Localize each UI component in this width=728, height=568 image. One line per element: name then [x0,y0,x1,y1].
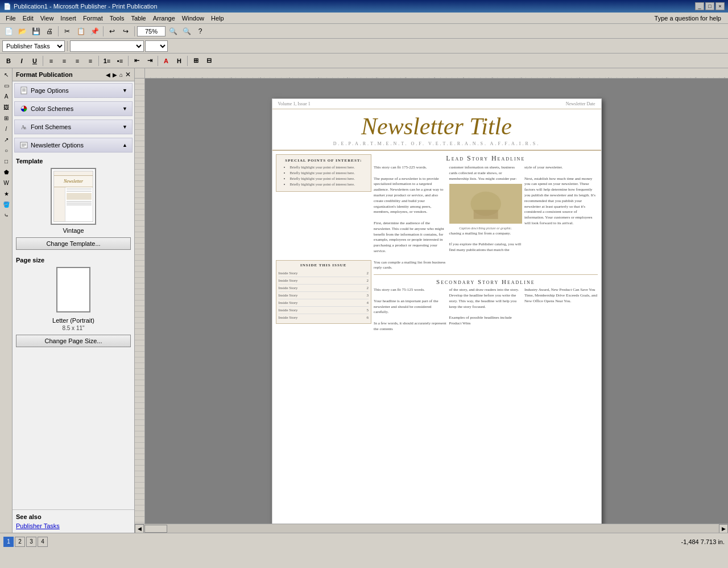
page-1-button[interactable]: 1 [3,537,14,547]
highlight-button[interactable]: H [173,55,185,67]
minimize-button[interactable]: _ [695,2,704,10]
secondary-text-1: This story can fit 75-125 words. Your he… [374,287,446,332]
close-button[interactable]: × [715,2,725,10]
fmt-sep-2 [98,56,99,66]
change-template-button[interactable]: Change Template... [16,237,131,250]
scrollbar-thumb[interactable] [144,525,167,533]
align-right-button[interactable]: ≡ [71,55,84,67]
scroll-left-button[interactable]: ◀ [135,524,144,533]
newsletter-options-section[interactable]: Newsletter Options ▲ [14,138,133,153]
cut-button[interactable]: ✂ [61,25,73,38]
wordart-tool[interactable]: W [1,178,11,188]
menu-table[interactable]: Table [127,14,149,23]
inside-row-4-page: 3 [367,293,369,298]
font-selector[interactable] [70,40,144,52]
select-tool[interactable]: ▭ [1,80,11,90]
task-pane-selector[interactable]: Publisher Tasks [2,40,65,52]
justify-button[interactable]: ≡ [84,55,97,67]
newsletter-options-icon [19,141,28,150]
newsletter-options-label: Newsletter Options [31,142,84,149]
template-name: Vintage [16,227,131,234]
rect-tool[interactable]: □ [1,156,11,166]
task-pane: Format Publication ◀ ▶ ⌂ ✕ Page Options … [13,68,135,533]
italic-button[interactable]: I [15,55,28,67]
toolbar-sep-3 [134,26,135,36]
font-schemes-section[interactable]: Aa Font Schemes ▼ [14,120,133,134]
task-pane-close-button[interactable]: ✕ [125,71,131,79]
oval-tool[interactable]: ○ [1,145,11,155]
align-left-button[interactable]: ≡ [45,55,57,67]
numbering-button[interactable]: 1≡ [101,55,113,67]
zoom-out-button[interactable]: 🔍 [180,25,193,38]
page-4-button[interactable]: 4 [38,537,48,547]
decrease-indent-button[interactable]: ⇤ [130,55,143,67]
color-schemes-section[interactable]: Color Schemes ▼ [14,101,133,116]
scroll-right-button[interactable]: ▶ [719,524,728,533]
inside-row-1-label: Inside Story [279,271,298,275]
menu-edit[interactable]: Edit [19,14,37,23]
open-button[interactable]: 📂 [16,25,28,38]
print-button[interactable]: 🖨 [43,25,56,38]
connector-tool[interactable]: ⤷ [1,210,11,220]
change-page-size-button[interactable]: Change Page Size... [16,335,131,347]
underline-button[interactable]: U [28,55,41,67]
clip-art-tool[interactable]: ★ [1,188,11,199]
picture-tool[interactable]: 🖼 [1,102,11,112]
task-pane-forward[interactable]: ▶ [113,72,117,78]
secondary-text-2: of the story, and draw readers into the … [449,287,522,327]
text-tool[interactable]: A [1,91,11,101]
font-color-button[interactable]: A [160,55,172,67]
fill-tool[interactable]: 🪣 [1,199,11,209]
menu-arrange[interactable]: Arrange [150,14,179,23]
inside-row-1-page: 2 [367,271,369,275]
new-button[interactable]: 📄 [2,25,15,38]
menu-help[interactable]: Help [208,14,228,23]
paste-button[interactable]: 📌 [88,25,101,38]
font-size-selector[interactable] [145,40,168,52]
save-button[interactable]: 💾 [30,25,42,38]
table-button[interactable]: ⊞ [189,55,202,67]
align-center-button[interactable]: ≡ [58,55,71,67]
secondary-story-cols: This story can fit 75-125 words. Your he… [374,287,597,332]
menu-window[interactable]: Window [179,14,208,23]
bullets-button[interactable]: •≡ [114,55,126,67]
menu-insert[interactable]: Insert [57,14,80,23]
special-points-box: SPECIAL POINTS OF INTEREST: Briefly high… [276,154,372,192]
copy-button[interactable]: 📋 [75,25,87,38]
newsletter-image [449,184,522,224]
zoom-input[interactable] [137,26,166,36]
menu-format[interactable]: Format [80,14,106,23]
document-canvas[interactable]: Volume 1, Issue 1 Newsletter Date Newsle… [145,79,728,524]
page-2-button[interactable]: 2 [15,537,25,547]
columns-button[interactable]: ⊟ [202,55,215,67]
increase-indent-button[interactable]: ⇥ [143,55,156,67]
toolbar-sep-1 [58,26,59,36]
maximize-button[interactable]: □ [705,2,714,10]
undo-button[interactable]: ↩ [106,25,118,38]
bullet-3: Briefly highlight your point of interest… [290,176,368,180]
zoom-in-button[interactable]: 🔍 [167,25,179,38]
shape-tool[interactable]: ⬟ [1,167,11,177]
arrow-tool[interactable]: ↗ [1,134,11,145]
horizontal-scrollbar[interactable]: ◀ ▶ [135,524,728,533]
title-bar: 📄 Publication1 - Microsoft Publisher - P… [0,0,728,13]
task-pane-back[interactable]: ◀ [106,72,110,78]
redo-button[interactable]: ↪ [119,25,132,38]
page-options-section[interactable]: Page Options ▼ [14,83,133,98]
scrollbar-track[interactable] [144,524,719,533]
menu-view[interactable]: View [37,14,57,23]
inside-row-6-label: Inside Story [279,308,298,312]
line-tool[interactable]: / [1,124,11,134]
svg-rect-14 [473,210,498,219]
bold-button[interactable]: B [2,55,15,67]
task-pane-home[interactable]: ⌂ [119,72,123,78]
pointer-tool[interactable]: ↖ [1,69,11,80]
page-3-button[interactable]: 3 [26,537,36,547]
table-tool[interactable]: ⊞ [1,113,11,123]
newsletter-volume: Volume 1, Issue 1 [278,101,311,106]
newsletter-body: SPECIAL POINTS OF INTEREST: Briefly high… [272,151,601,336]
publisher-tasks-link[interactable]: Publisher Tasks [16,522,131,529]
menu-file[interactable]: File [2,14,19,23]
help-button[interactable]: ? [194,25,206,38]
menu-tools[interactable]: Tools [106,14,128,23]
